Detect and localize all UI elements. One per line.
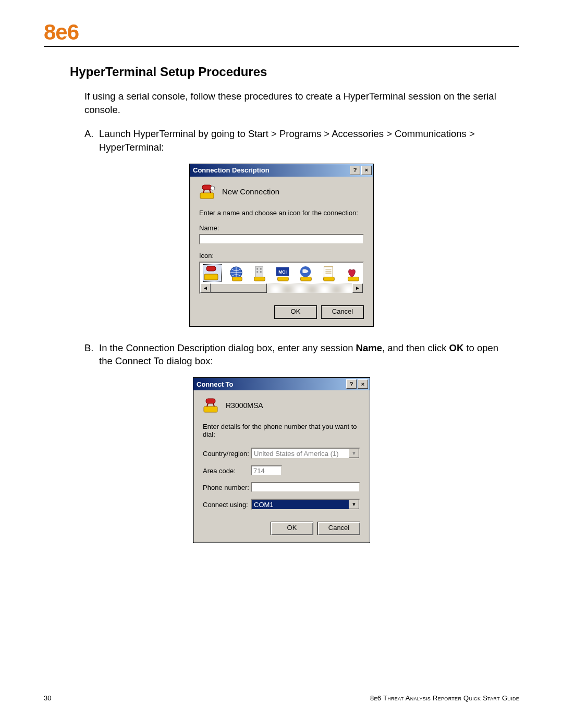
connect-using-label: Connect using: [203,501,251,509]
icon-option-phone[interactable] [203,264,222,282]
svg-rect-6 [206,266,216,271]
icon-option-globe[interactable] [228,265,244,282]
help-button[interactable]: ? [346,379,357,389]
connection-description-dialog: Connection Description ? × [189,164,374,327]
close-button[interactable]: × [361,166,372,175]
icon-scrollbar[interactable]: ◄ ► [200,283,363,293]
footer-guide-title: 8e6 Threat Analysis Reporter Quick Start… [370,694,519,702]
icon-option-building[interactable] [251,265,267,282]
icon-list[interactable]: MCI ◄ [199,262,364,294]
cancel-button[interactable]: Cancel [321,305,364,319]
svg-rect-1 [202,185,212,190]
svg-rect-10 [257,268,259,269]
connect-using-select[interactable]: COM1 ▼ [251,499,360,510]
dropdown-arrow-icon[interactable]: ▼ [349,449,359,458]
dlg2-instruction: Enter details for the phone number that … [203,423,360,438]
dropdown-arrow-icon[interactable]: ▼ [349,500,359,509]
svg-rect-17 [277,277,288,281]
svg-rect-0 [200,193,214,199]
step-b-marker: B. [84,341,99,368]
svg-rect-12 [257,271,259,273]
step-a-marker: A. [84,127,99,154]
svg-line-29 [213,403,214,406]
icon-option-note[interactable] [320,265,337,282]
page-number: 30 [44,694,51,702]
svg-rect-24 [324,277,335,281]
phone-number-input[interactable] [251,482,360,492]
ok-button[interactable]: OK [274,305,317,319]
step-b: B. In the Connection Description dialog … [84,341,513,368]
svg-line-3 [210,190,211,193]
icon-label: Icon: [199,252,364,260]
svg-rect-19 [301,277,312,281]
logo: 8e6 [44,20,519,45]
name-label: Name: [199,224,364,232]
divider [44,46,519,47]
svg-point-4 [211,186,215,190]
section-title: HyperTerminal Setup Procedures [70,65,519,79]
name-input[interactable] [199,234,364,244]
icon-option-swirl[interactable] [297,265,314,282]
scroll-right-button[interactable]: ► [352,283,363,293]
scroll-left-button[interactable]: ◄ [200,283,211,293]
app-icon [199,184,217,200]
svg-rect-5 [204,274,218,280]
svg-line-28 [207,403,208,406]
step-a-text: Launch HyperTerminal by going to Start >… [99,127,513,154]
connect-using-value: COM1 [252,500,349,509]
phone-number-label: Phone number: [203,484,251,491]
dlg1-title: Connection Description [193,166,270,174]
ok-button[interactable]: OK [271,522,313,535]
svg-rect-13 [260,271,262,273]
svg-rect-25 [348,277,359,281]
country-label: Country/region: [203,450,251,458]
area-code-input[interactable] [251,465,282,476]
svg-text:MCI: MCI [278,269,286,275]
svg-rect-26 [204,406,217,412]
dlg2-title: Connect To [197,380,234,388]
svg-rect-27 [206,399,215,403]
session-icon [203,398,221,413]
country-value: United States of America (1) [252,449,349,458]
svg-rect-20 [324,266,333,277]
dlg1-titlebar: Connection Description ? × [190,164,373,177]
dlg2-titlebar: Connect To ? × [193,378,370,390]
svg-rect-8 [232,277,242,281]
scroll-thumb[interactable] [211,283,267,293]
dlg1-header: New Connection [222,187,279,196]
icon-option-heart[interactable] [344,265,360,282]
svg-rect-9 [255,266,263,277]
step-a: A. Launch HyperTerminal by going to Star… [84,127,513,154]
country-select[interactable]: United States of America (1) ▼ [251,448,360,459]
connect-to-dialog: Connect To ? × R3000MSA Enter details fo… [193,377,370,543]
close-button[interactable]: × [358,379,368,389]
step-b-text: In the Connection Description dialog box… [99,341,513,368]
dlg2-header: R3000MSA [226,401,263,410]
cancel-button[interactable]: Cancel [317,522,360,535]
area-code-label: Area code: [203,467,251,475]
svg-rect-11 [260,268,262,269]
intro-text: If using a serial console, follow these … [84,90,513,117]
svg-rect-14 [254,277,265,281]
dlg1-instruction: Enter a name and choose an icon for the … [199,209,364,217]
icon-option-mci[interactable]: MCI [274,265,291,282]
svg-line-2 [203,190,204,193]
help-button[interactable]: ? [350,166,360,175]
